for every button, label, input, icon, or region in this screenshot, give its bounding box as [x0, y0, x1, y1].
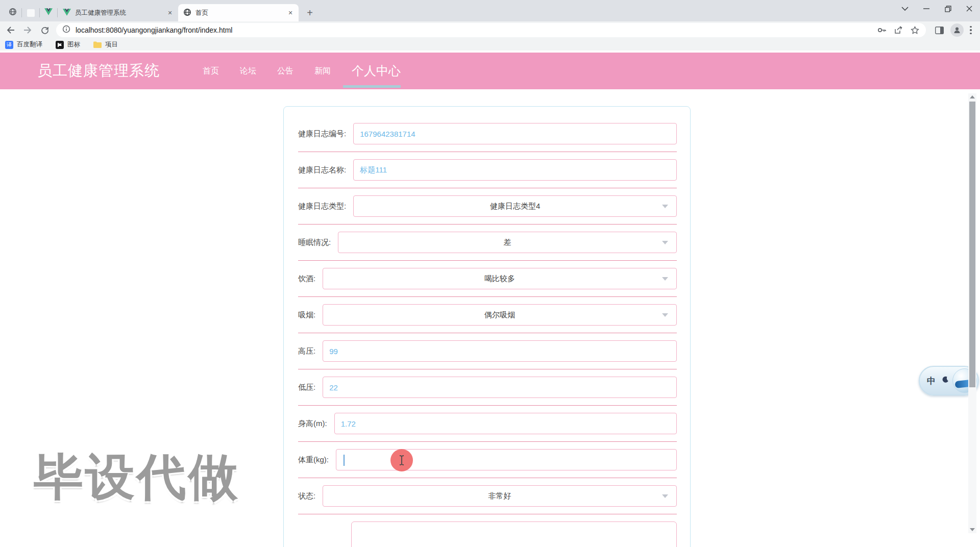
- nav-item-forum[interactable]: 论坛: [240, 66, 256, 77]
- page-scrollbar[interactable]: [968, 93, 976, 533]
- field-label: 健康日志类型:: [298, 202, 346, 211]
- pinned-tab-globe[interactable]: [4, 4, 21, 21]
- minimize-button[interactable]: [916, 0, 937, 17]
- bookmark-label: 项目: [105, 40, 118, 49]
- field-label: 饮酒:: [298, 274, 315, 284]
- watermark-text: 毕设代做: [34, 444, 240, 511]
- systolic-pressure-input[interactable]: [323, 340, 677, 362]
- forward-button[interactable]: [20, 23, 35, 37]
- field-row-systolic: 高压:: [298, 333, 677, 369]
- field-label: 高压:: [298, 346, 315, 356]
- field-label: 健康日志编号:: [298, 129, 346, 139]
- web-page: 员工健康管理系统 首页 论坛 公告 新闻 个人中心 健康日志编号: 健康日志名称…: [0, 51, 980, 547]
- health-log-name-input[interactable]: [353, 159, 677, 181]
- image-flag-icon: [56, 41, 64, 49]
- select-value: 喝比较多: [484, 274, 515, 284]
- bookmark-baidu-translate[interactable]: 译 百度翻译: [5, 40, 42, 49]
- main-nav: 首页 论坛 公告 新闻 个人中心: [203, 53, 401, 89]
- nav-item-notice[interactable]: 公告: [277, 66, 293, 77]
- drinking-select[interactable]: 喝比较多: [323, 268, 677, 289]
- ibeam-cursor-icon: [398, 455, 405, 466]
- field-row-health-log-name: 健康日志名称:: [298, 152, 677, 188]
- tab-title: 首页: [195, 9, 286, 17]
- nav-item-news[interactable]: 新闻: [314, 66, 331, 77]
- scrollbar-thumb[interactable]: [969, 102, 975, 387]
- chevron-down-icon: [662, 277, 668, 281]
- close-window-button[interactable]: [959, 0, 980, 17]
- chevron-down-icon: [662, 205, 668, 208]
- vue-icon: [63, 9, 71, 17]
- vue-icon: [44, 8, 53, 17]
- pinned-tab-vue[interactable]: [40, 4, 57, 21]
- field-row-weight: 体重(kg):: [298, 442, 677, 478]
- health-log-type-select[interactable]: 健康日志类型4: [353, 195, 677, 217]
- sleep-status-select[interactable]: 差: [338, 232, 677, 253]
- tab-health-system[interactable]: 员工健康管理系统 ✕: [58, 4, 178, 21]
- tab-close-icon[interactable]: ✕: [166, 9, 174, 17]
- password-key-icon[interactable]: [876, 24, 888, 36]
- weight-input[interactable]: [336, 449, 677, 470]
- pinned-tab-blank[interactable]: [22, 4, 39, 21]
- tab-separator: [21, 8, 22, 17]
- browser-titlebar: 员工健康管理系统 ✕ 首页 ✕ +: [0, 0, 980, 21]
- globe-icon: [9, 8, 17, 18]
- bookmark-label: 百度翻译: [17, 40, 42, 49]
- field-label: 低压:: [298, 383, 315, 392]
- side-panel-icon[interactable]: [932, 23, 946, 37]
- field-label: 吸烟:: [298, 310, 315, 320]
- share-icon[interactable]: [892, 24, 904, 36]
- extra-textarea[interactable]: [351, 521, 677, 547]
- tab-title: 员工健康管理系统: [75, 9, 166, 17]
- bookmark-project-folder[interactable]: 项目: [93, 40, 118, 49]
- url-text[interactable]: localhost:8080/yuangongjiankang/front/in…: [76, 26, 872, 34]
- back-button[interactable]: [3, 23, 17, 37]
- tab-close-icon[interactable]: ✕: [286, 9, 295, 17]
- select-value: 偶尔吸烟: [484, 310, 515, 320]
- moon-icon[interactable]: [942, 376, 949, 385]
- field-label: 状态:: [298, 491, 315, 501]
- health-log-form-panel: 健康日志编号: 健康日志名称: 健康日志类型: 健康日志类型4 睡眠情况: 差 …: [283, 106, 691, 547]
- tab-home-active[interactable]: 首页 ✕: [178, 4, 299, 21]
- tab-search-chevron-icon[interactable]: [894, 0, 916, 17]
- field-row-extra: [298, 514, 677, 547]
- field-row-diastolic: 低压:: [298, 369, 677, 406]
- scroll-up-arrow[interactable]: [969, 94, 975, 100]
- site-header: 员工健康管理系统 首页 论坛 公告 新闻 个人中心: [0, 53, 980, 89]
- bookmark-icons[interactable]: 图标: [56, 40, 80, 49]
- field-row-smoking: 吸烟: 偶尔吸烟: [298, 297, 677, 333]
- nav-item-home[interactable]: 首页: [203, 66, 219, 77]
- field-row-drinking: 饮酒: 喝比较多: [298, 261, 677, 297]
- select-value: 非常好: [488, 491, 511, 501]
- field-row-status: 状态: 非常好: [298, 478, 677, 514]
- restore-button[interactable]: [937, 0, 959, 17]
- smoking-select[interactable]: 偶尔吸烟: [323, 304, 677, 326]
- new-tab-button[interactable]: +: [303, 6, 317, 20]
- site-title: 员工健康管理系统: [37, 61, 160, 81]
- select-value: 差: [504, 238, 511, 247]
- field-label: 体重(kg):: [298, 455, 329, 465]
- field-label: 健康日志名称:: [298, 165, 346, 175]
- health-log-id-input[interactable]: [353, 123, 677, 144]
- field-label: 睡眠情况:: [298, 238, 331, 247]
- reload-button[interactable]: [38, 23, 52, 37]
- bookmarks-bar: 译 百度翻译 图标 项目: [0, 39, 980, 51]
- ime-mode-indicator[interactable]: 中: [927, 375, 936, 387]
- nav-item-personal-center[interactable]: 个人中心: [352, 63, 401, 79]
- bookmark-star-icon[interactable]: [909, 24, 921, 36]
- baidu-translate-icon: 译: [5, 41, 13, 49]
- height-input[interactable]: [334, 413, 677, 434]
- select-value: 健康日志类型4: [490, 202, 540, 211]
- globe-icon: [183, 8, 191, 18]
- address-bar[interactable]: localhost:8080/yuangongjiankang/front/in…: [56, 23, 926, 37]
- field-row-height: 身高(m):: [298, 406, 677, 442]
- browser-menu-icon[interactable]: [970, 26, 972, 35]
- blank-page-icon: [27, 9, 35, 17]
- mouse-cursor-highlight: [390, 449, 413, 471]
- diastolic-pressure-input[interactable]: [323, 377, 677, 398]
- site-info-icon[interactable]: [62, 25, 70, 35]
- scroll-down-arrow[interactable]: [969, 527, 975, 533]
- status-select[interactable]: 非常好: [323, 485, 677, 507]
- bookmark-label: 图标: [67, 40, 80, 49]
- text-caret: [344, 455, 345, 466]
- profile-avatar[interactable]: [950, 23, 964, 37]
